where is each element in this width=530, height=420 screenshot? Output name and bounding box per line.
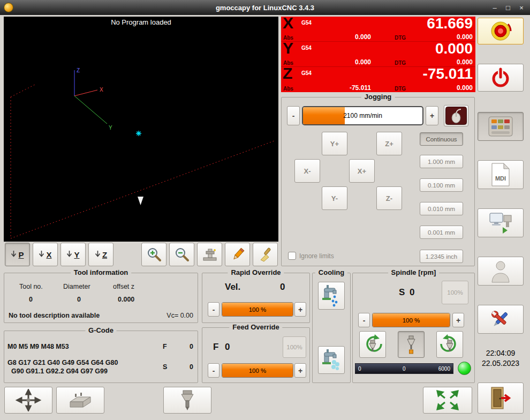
- arrow-down-icon: [39, 250, 44, 259]
- minimize-button[interactable]: –: [490, 4, 499, 12]
- dro-row-x[interactable]: X G54 61.669 Abs 0.000 DTG 0.000: [281, 17, 475, 42]
- spindle-reset-button[interactable]: 100%: [442, 281, 468, 304]
- rpm-bar-min: 0: [358, 366, 361, 372]
- spindle-percent: 100 %: [373, 313, 450, 327]
- jog-speed-toggle-button[interactable]: [444, 105, 468, 126]
- cooling-title: Cooling: [315, 268, 347, 276]
- feed-plus-button[interactable]: +: [294, 363, 306, 378]
- feed-override-slider[interactable]: 100 %: [222, 363, 293, 378]
- edit-program-button[interactable]: [225, 243, 250, 266]
- view-perspective-button[interactable]: P: [5, 243, 30, 266]
- spindle-at-speed-led: [458, 362, 471, 375]
- rapid-minus-button[interactable]: -: [208, 302, 219, 317]
- zoom-out-button[interactable]: [169, 243, 194, 266]
- view-x-button[interactable]: X: [33, 243, 58, 266]
- dro-dtg-value: 0.000: [457, 33, 473, 41]
- mist-coolant-button[interactable]: [318, 346, 345, 374]
- ignore-limits-checkbox[interactable]: [288, 252, 296, 260]
- increment-1mm-button[interactable]: 1.000 mm: [420, 155, 463, 168]
- user-settings-button[interactable]: [478, 257, 524, 286]
- dro-row-y[interactable]: Y G54 0.000 Abs 0.000 DTG 0.000: [281, 42, 475, 67]
- mdi-mode-button[interactable]: MDI: [478, 160, 524, 189]
- vel-label: Vel.: [225, 282, 240, 292]
- exit-door-icon: [487, 385, 514, 411]
- flood-coolant-button[interactable]: [318, 282, 345, 310]
- dro-row-z[interactable]: Z G54 -75.011 Abs -75.011 DTG 0.000: [281, 67, 475, 92]
- gremlin-preview[interactable]: No Program loaded Z X Y: [4, 17, 278, 242]
- inch-readout-button[interactable]: 1.2345 inch: [420, 250, 463, 263]
- jog-y-minus-button[interactable]: Y-: [322, 186, 347, 210]
- machine-dimensions-icon: [202, 247, 218, 262]
- view-p-label: P: [18, 250, 24, 259]
- auto-mode-button[interactable]: [478, 208, 524, 237]
- spindle-ccw-button[interactable]: [359, 331, 386, 358]
- dro-abs-value: -75.011: [313, 84, 371, 92]
- flood-coolant-icon: [321, 284, 342, 308]
- brush-icon: [258, 247, 274, 262]
- tool-holder-icon: [174, 389, 201, 411]
- arrow-down-icon: [66, 250, 72, 259]
- touch-plate-icon: [67, 389, 94, 411]
- view-y-button[interactable]: Y: [60, 243, 86, 266]
- auto-mode-icon: [488, 211, 513, 235]
- tool-change-button[interactable]: [163, 387, 211, 414]
- rapid-override-slider[interactable]: 100 %: [222, 302, 293, 317]
- feed-minus-button[interactable]: -: [208, 363, 219, 378]
- jog-speed-plus-button[interactable]: +: [426, 106, 438, 125]
- increment-continuous-button[interactable]: Continuous: [420, 132, 463, 146]
- spindle-ccw-icon: [361, 334, 384, 355]
- increment-0001mm-button[interactable]: 0.001 mm: [420, 226, 463, 239]
- close-button[interactable]: ×: [517, 4, 526, 12]
- spindle-plus-button[interactable]: +: [452, 313, 464, 327]
- axis-label-y: Y: [109, 125, 112, 131]
- f-label: F: [163, 343, 167, 350]
- touch-off-button[interactable]: [4, 387, 52, 414]
- titlebar[interactable]: gmoccapy for LinuxCNC 3.4.3 – □ ×: [0, 0, 530, 15]
- active-g-codes-line2: G90 G91.1 G92.2 G94 G97 G99: [11, 368, 108, 375]
- jog-x-minus-button[interactable]: X-: [294, 159, 320, 183]
- fullscreen-button[interactable]: [423, 387, 472, 414]
- settings-tools-button[interactable]: [478, 305, 524, 334]
- gcode-panel: G-Code M0 M5 M9 M48 M53 F 0 G8 G17 G21 G…: [4, 331, 198, 383]
- estop-icon: [488, 19, 513, 43]
- dro-value: 0.000: [435, 40, 473, 57]
- dro-coord-system: G54: [301, 45, 312, 51]
- view-z-button[interactable]: Z: [88, 243, 113, 266]
- jog-x-plus-button[interactable]: X+: [349, 159, 375, 183]
- manual-mode-button[interactable]: [478, 112, 524, 141]
- toggle-dimensions-button[interactable]: [197, 243, 222, 266]
- clock-date: 22.05.2023: [478, 358, 524, 369]
- block-height-button[interactable]: [56, 387, 104, 414]
- col-offset-z: offset z: [113, 283, 134, 290]
- s-value: 0: [190, 363, 193, 371]
- mouse-icon: [445, 107, 467, 125]
- rapid-plus-button[interactable]: +: [294, 302, 306, 317]
- increment-001mm-button[interactable]: 0.010 mm: [420, 202, 463, 215]
- machine-on-button[interactable]: [478, 64, 524, 92]
- spindle-minus-button[interactable]: -: [358, 313, 370, 327]
- spindle-override-slider[interactable]: 100 %: [372, 313, 450, 327]
- zoom-in-button[interactable]: [141, 243, 166, 266]
- clear-plot-button[interactable]: [253, 243, 278, 266]
- exit-button[interactable]: [478, 382, 524, 414]
- jogging-panel: Jogging - 2100 mm/min + Y+ Z+ X- X+ Y- Z…: [281, 97, 475, 266]
- arrow-down-icon: [11, 250, 17, 259]
- jog-z-plus-button[interactable]: Z+: [376, 132, 402, 155]
- feed-reset-button[interactable]: 100%: [283, 336, 306, 358]
- maximize-button[interactable]: □: [504, 4, 512, 12]
- spindle-cw-button[interactable]: [436, 331, 463, 358]
- feed-override-panel: Feed Override F 0 100% - 100 % +: [202, 327, 310, 383]
- jog-y-plus-button[interactable]: Y+: [322, 132, 347, 155]
- jog-speed-minus-button[interactable]: -: [287, 106, 300, 125]
- dro-abs-label: Abs: [283, 86, 293, 92]
- spindle-title: Spindle [rpm]: [388, 268, 440, 276]
- rpm-bar-current: 0: [403, 366, 406, 372]
- spindle-s-label: S: [399, 287, 405, 298]
- dro-coord-system: G54: [301, 20, 312, 26]
- increment-01mm-button[interactable]: 0.100 mm: [420, 178, 463, 192]
- clock: 22:04:09 22.05.2023: [478, 348, 524, 369]
- jog-z-minus-button[interactable]: Z-: [376, 186, 402, 210]
- spindle-stop-button[interactable]: [398, 331, 425, 358]
- jog-speed-slider[interactable]: 2100 mm/min: [302, 106, 423, 125]
- estop-button[interactable]: [478, 18, 524, 44]
